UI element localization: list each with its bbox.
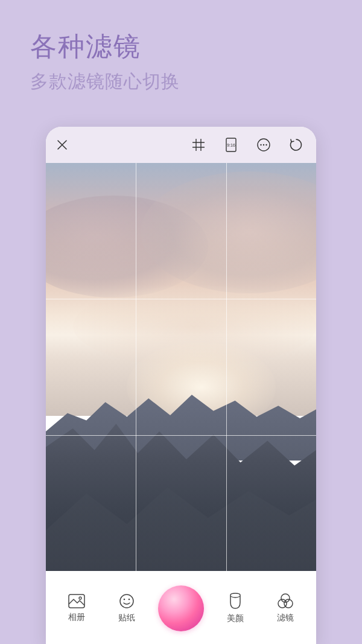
svg-point-9: [123, 599, 125, 601]
svg-text:9:16: 9:16: [227, 143, 235, 147]
grid-icon: [192, 138, 205, 151]
sticker-button[interactable]: 贴纸: [109, 593, 145, 623]
sticker-icon: [119, 593, 135, 609]
svg-point-8: [120, 595, 133, 608]
promo-header: 各种滤镜 多款滤镜随心切换: [30, 29, 180, 94]
svg-point-5: [265, 144, 267, 145]
aspect-ratio-button[interactable]: 9:16: [223, 137, 239, 153]
svg-point-7: [79, 597, 81, 599]
beauty-button[interactable]: 美颜: [217, 593, 253, 624]
camera-viewfinder[interactable]: [46, 163, 316, 571]
close-button[interactable]: [54, 137, 70, 153]
shutter-button[interactable]: [158, 585, 204, 631]
beauty-icon: [228, 593, 243, 610]
beauty-label: 美颜: [227, 613, 244, 624]
more-icon: [256, 138, 271, 152]
promo-subtitle: 多款滤镜随心切换: [30, 69, 180, 94]
promo-title: 各种滤镜: [30, 29, 180, 65]
svg-point-4: [263, 144, 264, 145]
filter-icon: [277, 593, 294, 609]
svg-point-3: [260, 144, 261, 145]
filter-label: 滤镜: [277, 613, 294, 623]
close-icon: [56, 139, 68, 151]
grid-toggle-button[interactable]: [191, 137, 206, 153]
more-options-button[interactable]: [256, 137, 272, 153]
camera-bottom-bar: 相册 贴纸 美颜 滤镜: [46, 571, 316, 644]
album-icon: [68, 594, 85, 608]
sticker-label: 贴纸: [118, 613, 135, 623]
phone-mockup: 9:16: [46, 127, 316, 644]
album-button[interactable]: 相册: [59, 594, 95, 623]
camera-top-bar: 9:16: [46, 127, 316, 163]
filter-button[interactable]: 滤镜: [267, 593, 303, 623]
aspect-ratio-icon: 9:16: [224, 138, 238, 152]
svg-rect-6: [69, 595, 84, 608]
album-label: 相册: [68, 612, 85, 623]
switch-camera-button[interactable]: [288, 137, 304, 153]
switch-camera-icon: [289, 138, 303, 152]
preview-image: [46, 163, 316, 571]
svg-point-10: [128, 599, 130, 601]
